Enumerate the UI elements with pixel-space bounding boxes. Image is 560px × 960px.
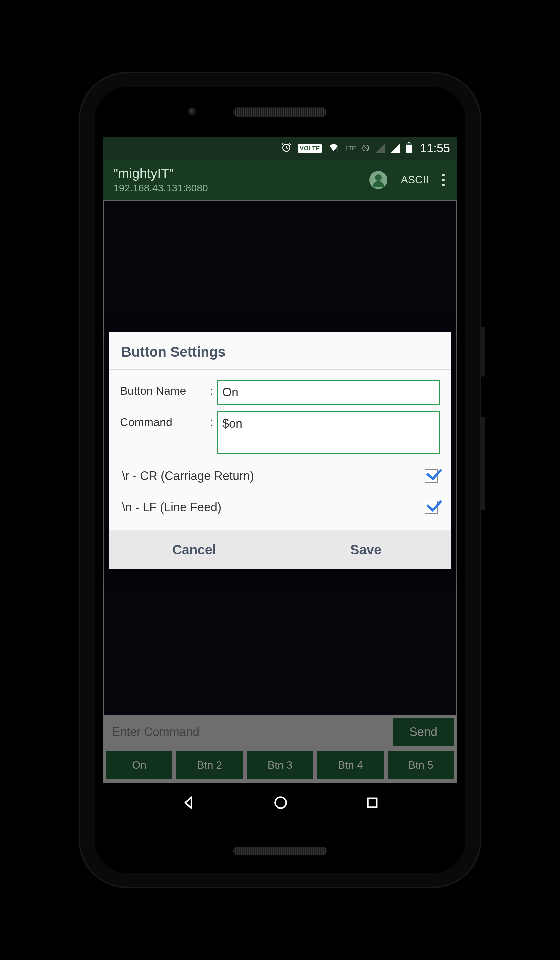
home-icon[interactable] (274, 795, 288, 811)
svg-rect-2 (337, 150, 338, 152)
cr-option-row[interactable]: \r - CR (Carriage Return) (120, 460, 440, 492)
wifi-alert-icon (328, 142, 339, 155)
command-label: Command: (120, 411, 217, 429)
screen: VOLTE LTE 11:55 "mightyIT" 192.168.43.1 (103, 137, 457, 823)
svg-point-4 (275, 797, 286, 808)
lf-checkbox[interactable] (425, 501, 438, 514)
android-nav-bar (103, 783, 457, 823)
alarm-icon (281, 142, 292, 155)
lte-label: LTE (345, 145, 356, 152)
mode-toggle[interactable]: ASCII (401, 174, 429, 186)
dialog-title: Button Settings (109, 332, 451, 370)
svg-rect-5 (368, 798, 377, 807)
recent-apps-icon[interactable] (366, 796, 379, 811)
app-titles: "mightyIT" 192.168.43.131:8080 (114, 166, 370, 194)
volume-button[interactable] (481, 417, 485, 510)
lf-option-row[interactable]: \n - LF (Line Feed) (120, 492, 440, 523)
button-name-label: Button Name: (120, 380, 217, 397)
battery-icon (406, 143, 412, 153)
signal-sim1-icon (375, 144, 385, 153)
button-settings-dialog: Button Settings Button Name: Command: \r… (109, 332, 451, 569)
no-data-icon (362, 142, 370, 154)
command-value-input[interactable] (217, 411, 440, 454)
cancel-button[interactable]: Cancel (109, 530, 280, 569)
app-subtitle: 192.168.43.131:8080 (114, 182, 370, 194)
lf-label: \n - LF (Line Feed) (122, 500, 221, 514)
save-button[interactable]: Save (280, 530, 451, 569)
button-name-input[interactable] (217, 380, 440, 405)
clock-text: 11:55 (420, 141, 450, 155)
bottom-speaker (233, 846, 327, 855)
earpiece-speaker (233, 107, 327, 117)
overflow-menu-icon[interactable] (439, 170, 448, 190)
phone-body: VOLTE LTE 11:55 "mightyIT" 192.168.43.1 (94, 87, 466, 873)
power-button[interactable] (481, 327, 485, 377)
back-icon[interactable] (181, 795, 196, 811)
svg-rect-1 (337, 147, 338, 150)
cr-label: \r - CR (Carriage Return) (122, 469, 254, 483)
signal-sim2-icon (391, 144, 400, 153)
volte-badge: VOLTE (298, 144, 322, 153)
content-area: Send On Btn 2 Btn 3 Btn 4 Btn 5 Button S… (103, 200, 457, 783)
cr-checkbox[interactable] (425, 469, 438, 483)
app-bar: "mightyIT" 192.168.43.131:8080 ASCII (103, 160, 457, 200)
front-camera (188, 107, 197, 116)
phone-frame: VOLTE LTE 11:55 "mightyIT" 192.168.43.1 (80, 73, 480, 887)
account-icon[interactable] (370, 171, 387, 189)
status-bar: VOLTE LTE 11:55 (103, 137, 457, 160)
app-title: "mightyIT" (114, 166, 370, 181)
